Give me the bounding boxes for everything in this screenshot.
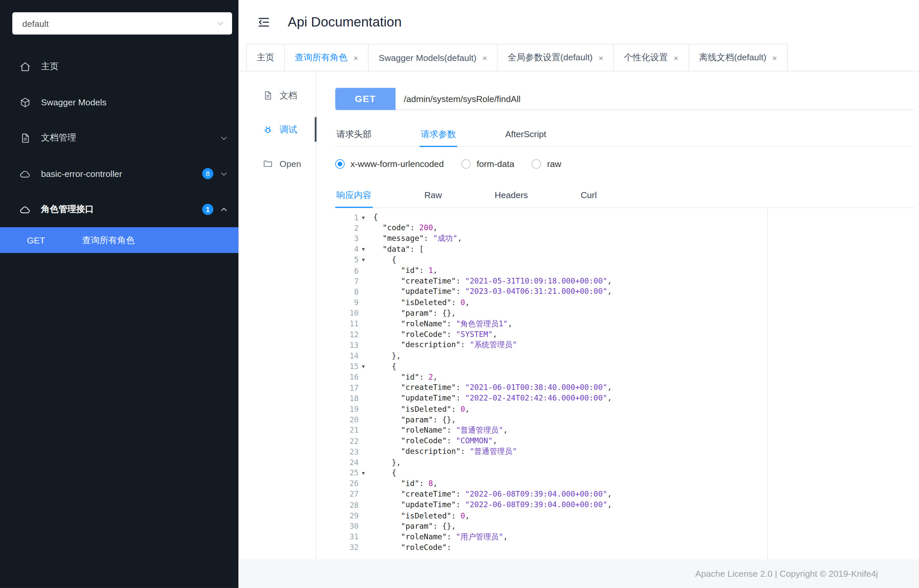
close-icon[interactable]: ×: [598, 54, 603, 62]
fold-arrow-icon[interactable]: ▾: [359, 363, 368, 369]
line-number: 12: [349, 330, 359, 339]
tab-response-content[interactable]: 响应内容: [335, 184, 373, 207]
radio-unchecked-icon: [532, 159, 541, 168]
bug-icon: [263, 124, 273, 135]
radio-x-www-form-urlencoded[interactable]: x-www-form-urlencoded: [335, 159, 444, 169]
code-line: "roleName": "用户管理员",: [373, 532, 767, 542]
tab-label: 离线文档(default): [699, 52, 766, 63]
code-line: {: [373, 212, 767, 223]
tab-label: 调试: [279, 124, 297, 135]
code-line: {: [373, 255, 767, 265]
code-line: "message": "成功",: [373, 233, 767, 244]
radio-label: x-www-form-urlencoded: [350, 159, 444, 169]
line-number: 28: [349, 501, 359, 509]
menu-fold-icon[interactable]: [257, 15, 271, 29]
response-editor[interactable]: 1▾234▾5▾6789101112131415▾161718192021222…: [335, 208, 768, 559]
tab-headers[interactable]: Headers: [494, 184, 529, 207]
code-line: "roleCode": "SYSTEM",: [373, 329, 767, 340]
count-badge: 8: [202, 168, 214, 179]
tab-global-params[interactable]: 全局参数设置(default) ×: [498, 44, 614, 71]
request-tabs: 请求头部 请求参数 AfterScript: [335, 123, 914, 147]
code-line: "isDeleted": 0,: [373, 404, 767, 414]
tab-label: 全局参数设置(default): [507, 52, 592, 63]
sidebar-subitem-label: 查询所有角色: [82, 234, 135, 246]
fold-arrow-icon[interactable]: ▾: [359, 214, 368, 220]
tab-doc[interactable]: 文档: [239, 79, 316, 113]
sidebar-menu: 主页 Swagger Models 文档管理: [0, 49, 239, 253]
close-icon[interactable]: ×: [674, 54, 678, 62]
fold-arrow-icon[interactable]: ▾: [359, 257, 368, 263]
sidebar-item-swagger-models[interactable]: Swagger Models: [0, 84, 239, 120]
code-line: },: [373, 457, 767, 468]
code-line: "data": [: [373, 244, 767, 255]
tab-offline-docs[interactable]: 离线文档(default) ×: [689, 44, 788, 71]
line-number: 2: [354, 224, 359, 233]
line-number: 24: [349, 458, 359, 467]
code-line: "description": "普通管理员": [373, 447, 767, 457]
fold-arrow-icon[interactable]: ▾: [359, 470, 368, 476]
line-number: 31: [349, 532, 359, 541]
body-type-group: x-www-form-urlencoded form-data raw: [335, 159, 914, 169]
line-number: 4: [354, 245, 359, 254]
chevron-down-icon: [216, 19, 224, 27]
radio-form-data[interactable]: form-data: [462, 159, 514, 169]
close-icon[interactable]: ×: [772, 54, 777, 62]
header: Api Documentation: [239, 0, 919, 44]
close-icon[interactable]: ×: [353, 54, 358, 62]
radio-raw[interactable]: raw: [532, 159, 561, 169]
line-number: 1: [354, 213, 359, 222]
line-number: 7: [354, 277, 359, 286]
code-line: "roleCode": "COMMON",: [373, 436, 767, 447]
line-number: 6: [354, 267, 359, 275]
method-label: GET: [27, 235, 82, 245]
tab-afterscript[interactable]: AfterScript: [504, 123, 547, 146]
line-number: 3: [354, 234, 359, 243]
line-number: 16: [349, 373, 359, 381]
tab-query-all-roles[interactable]: 查询所有角色 ×: [285, 44, 369, 71]
line-number: 29: [349, 511, 359, 520]
sidebar-item-doc-manage[interactable]: 文档管理: [0, 120, 239, 156]
tab-home[interactable]: 主页: [246, 44, 285, 71]
sidebar-item-basic-error-controller[interactable]: basic-error-controller 8: [0, 156, 239, 191]
sidebar-item-label: 主页: [41, 61, 59, 72]
tab-label: Swagger Models(default): [379, 53, 477, 63]
tab-raw[interactable]: Raw: [423, 184, 443, 207]
tab-personal-settings[interactable]: 个性化设置 ×: [614, 44, 689, 71]
code-line: "param": {},: [373, 414, 767, 425]
line-number: 19: [349, 405, 359, 414]
radio-unchecked-icon: [462, 159, 471, 168]
tab-curl[interactable]: Curl: [580, 184, 598, 207]
tab-swagger-models[interactable]: Swagger Models(default) ×: [369, 44, 498, 71]
close-icon[interactable]: ×: [482, 54, 487, 62]
chevron-down-icon: [220, 170, 228, 178]
sidebar-item-home[interactable]: 主页: [0, 49, 239, 84]
code-line: "updateTime": "2023-03-04T06:31:21.000+0…: [373, 286, 767, 297]
tab-label: Open: [279, 158, 301, 168]
cloud-icon: [19, 204, 31, 215]
group-select[interactable]: default: [12, 12, 232, 34]
line-number: 27: [349, 490, 359, 499]
main-area: Api Documentation 主页 查询所有角色 × Swagger Mo…: [239, 0, 919, 588]
tab-request-headers[interactable]: 请求头部: [335, 123, 373, 146]
line-number: 22: [349, 437, 359, 446]
code-line: "code": 200,: [373, 223, 767, 233]
sidebar-item-label: Swagger Models: [41, 97, 107, 107]
url-input[interactable]: [395, 88, 914, 110]
sidebar-item-role-controller[interactable]: 角色管理接口 1: [0, 191, 239, 227]
document-gear-icon: [19, 132, 31, 144]
code-line: {: [373, 468, 767, 478]
line-number: 23: [349, 447, 359, 456]
code-line: "updateTime": "2022-06-08T09:39:04.000+0…: [373, 500, 767, 510]
line-number: 17: [349, 383, 359, 392]
line-number: 21: [349, 426, 359, 435]
tab-open[interactable]: Open: [239, 146, 316, 181]
footer: Apache License 2.0 | Copyright © 2019-Kn…: [239, 559, 919, 588]
api-cube-icon: [19, 96, 31, 108]
sidebar-item-label: 文档管理: [41, 132, 76, 144]
line-number: 32: [349, 543, 359, 552]
fold-arrow-icon[interactable]: ▾: [359, 246, 368, 252]
tab-request-params[interactable]: 请求参数: [420, 123, 457, 146]
sidebar-subitem-query-all-roles[interactable]: GET 查询所有角色: [0, 227, 239, 253]
tab-debug[interactable]: 调试: [239, 112, 316, 146]
code-line: "id": 2,: [373, 372, 767, 383]
